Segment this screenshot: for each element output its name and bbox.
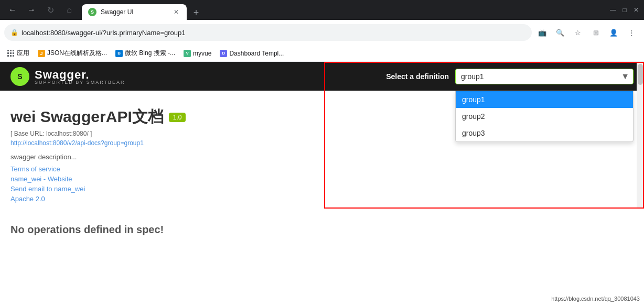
bookmark-myvue-label: myvue xyxy=(193,50,211,57)
apps-label: 应用 xyxy=(17,49,29,58)
bookmark-myvue[interactable]: V myvue xyxy=(180,49,214,58)
bookmark-dashboard-label: Dashboard Templ... xyxy=(229,50,284,57)
definition-label: Select a definition xyxy=(386,72,449,81)
definition-selector: Select a definition group1 group2 group3… xyxy=(386,69,634,84)
no-operations-text: No operations defined in spec! xyxy=(10,224,634,236)
bookmark-bing-label: 微软 Bing 搜索 -... xyxy=(125,49,175,58)
license-link[interactable]: Apache 2.0 xyxy=(10,195,634,203)
title-bar: ← → ↻ ⌂ S Swagger UI ✕ + — □ ✕ xyxy=(0,0,644,20)
toolbar-right: 📺 🔍 ☆ ⊞ 👤 ⋮ xyxy=(534,24,640,41)
bookmark-favicon-json: J xyxy=(38,50,45,57)
lock-icon: 🔒 xyxy=(10,29,18,36)
bookmark-json-label: JSON在线解析及格... xyxy=(47,49,107,58)
swagger-logo-icon: S xyxy=(10,67,29,86)
website-link[interactable]: name_wei - Website xyxy=(10,175,634,183)
send-button[interactable]: ⊞ xyxy=(587,24,604,41)
apps-icon xyxy=(7,50,15,57)
active-tab[interactable]: S Swagger UI ✕ xyxy=(82,4,187,20)
page-content: S Swagger. Supported by SMARTBEAR Select… xyxy=(0,62,644,306)
swagger-logo-text: Swagger. xyxy=(35,68,90,81)
scrollbar-thumb[interactable] xyxy=(638,64,643,85)
version-badge: 1.0 xyxy=(169,113,186,122)
apps-button[interactable]: 应用 xyxy=(4,48,33,59)
dropdown-option-group3[interactable]: group3 xyxy=(456,125,633,141)
dropdown-option-group1[interactable]: group1 xyxy=(456,91,633,108)
maximize-button[interactable]: □ xyxy=(621,6,628,14)
bookmark-json[interactable]: J JSON在线解析及格... xyxy=(35,48,110,59)
window-controls: — □ ✕ xyxy=(609,6,640,14)
swagger-logo: S Swagger. Supported by SMARTBEAR xyxy=(10,67,125,86)
terms-of-service-link[interactable]: Terms of service xyxy=(10,165,634,173)
bookmark-dashboard[interactable]: D Dashboard Templ... xyxy=(217,49,287,58)
bookmark-star-button[interactable]: ☆ xyxy=(570,24,586,41)
bookmarks-bar: 应用 J JSON在线解析及格... B 微软 Bing 搜索 -... V m… xyxy=(0,45,644,62)
reload-button[interactable]: ↻ xyxy=(42,2,59,18)
tab-close-button[interactable]: ✕ xyxy=(172,8,180,16)
bookmark-bing[interactable]: B 微软 Bing 搜索 -... xyxy=(112,48,178,59)
api-description: swagger description... xyxy=(10,153,634,161)
url-text: localhost:8080/swagger-ui/?urls.primaryN… xyxy=(22,29,525,37)
tab-favicon: S xyxy=(88,8,96,16)
back-button[interactable]: ← xyxy=(4,2,21,18)
address-bar: 🔒 localhost:8080/swagger-ui/?urls.primar… xyxy=(0,20,644,45)
email-link[interactable]: Send email to name_wei xyxy=(10,185,634,193)
tab-title: Swagger UI xyxy=(101,8,168,16)
zoom-button[interactable]: 🔍 xyxy=(552,24,568,41)
scrollbar[interactable] xyxy=(637,62,644,209)
cast-button[interactable]: 📺 xyxy=(534,24,551,41)
forward-button[interactable]: → xyxy=(23,2,40,18)
new-tab-button[interactable]: + xyxy=(189,5,203,20)
dropdown-menu: group1 group2 group3 xyxy=(455,91,634,142)
api-title-text: wei SwaggerAPI文档 xyxy=(10,106,164,128)
bookmark-favicon-bing: B xyxy=(115,50,123,57)
bookmark-favicon-myvue: V xyxy=(184,50,191,57)
swagger-header: S Swagger. Supported by SMARTBEAR Select… xyxy=(0,62,644,91)
menu-button[interactable]: ⋮ xyxy=(623,24,640,41)
definition-select-wrapper: group1 group2 group3 ▼ xyxy=(455,69,634,84)
bottom-url: https://blog.csdn.net/qq_30081043 xyxy=(551,296,640,302)
profile-button[interactable]: 👤 xyxy=(605,24,622,41)
swagger-logo-sub: Supported by SMARTBEAR xyxy=(35,80,125,85)
home-button[interactable]: ⌂ xyxy=(61,2,78,18)
minimize-button[interactable]: — xyxy=(609,6,617,14)
url-bar[interactable]: 🔒 localhost:8080/swagger-ui/?urls.primar… xyxy=(4,24,532,41)
dropdown-option-group2[interactable]: group2 xyxy=(456,108,633,125)
close-button[interactable]: ✕ xyxy=(632,6,640,14)
bookmark-favicon-dashboard: D xyxy=(220,50,227,57)
definition-select[interactable]: group1 group2 group3 xyxy=(455,69,634,84)
browser-chrome: ← → ↻ ⌂ S Swagger UI ✕ + — □ ✕ 🔒 localho… xyxy=(0,0,644,62)
swagger-logo-text-wrapper: Swagger. Supported by SMARTBEAR xyxy=(35,68,125,85)
